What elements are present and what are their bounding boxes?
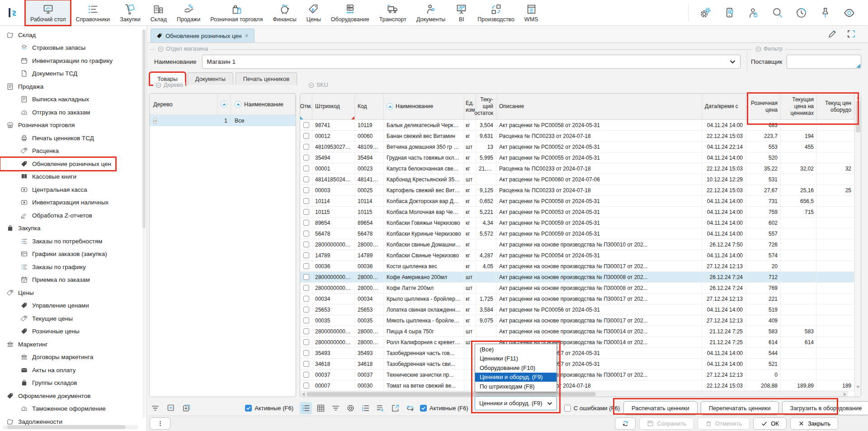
toolbar-item-server[interactable]: Оборудование [326,0,374,25]
dropdown-option[interactable]: Ценники и оборуд. (F9) [475,373,557,382]
sidebar-item[interactable]: Закупка [0,222,45,235]
checkbox-unchecked-icon[interactable] [303,372,309,378]
sidebar-item[interactable]: Инвентаризации по графику [0,54,117,67]
checkbox-unchecked-icon[interactable] [303,220,309,226]
toolbar-item-trolley[interactable]: Закупки [115,0,146,25]
tab-Печать ценников[interactable]: Печать ценников [236,72,297,85]
row-checkbox[interactable] [300,250,312,260]
row-checkbox[interactable] [300,337,312,347]
row-checkbox[interactable] [300,218,312,228]
sidebar-item[interactable]: Договоры маркетинга [0,351,98,364]
tab-Документы[interactable]: Документы [188,72,233,85]
checkbox-unchecked-icon[interactable] [303,317,309,323]
refresh-button[interactable] [404,402,416,414]
toolbar-item-wms-box[interactable]: WMS [519,0,543,25]
table-row[interactable]: 1478914789Колбаски Свиные Черкизовокг4,2… [300,250,854,261]
sidebar-item[interactable]: Отгрузка по заказам [0,106,94,119]
sidebar-item[interactable]: Заказы по потребностям [0,235,107,248]
column-header-stock[interactable]: Теку-щий остаток [476,94,496,119]
price-mode-select[interactable]: Ценники и оборуд. (F9) [475,396,557,410]
scrollbar-thumb[interactable] [142,29,146,228]
sidebar-item[interactable]: Цены [0,286,38,299]
document-tab-price-update[interactable]: Обновление розничных цен × [151,28,255,43]
checkbox-unchecked-icon[interactable] [303,350,309,356]
sidebar-item[interactable]: Розничные цены [0,325,84,338]
table-row[interactable]: 280000000014128000000...Ролл Калифорния … [300,337,854,348]
checkbox-unchecked-icon[interactable] [303,166,309,171]
add-lines-button[interactable] [374,402,387,414]
print-tags-button[interactable]: Распечатать ценники [623,401,698,415]
refresh-button[interactable] [615,417,636,430]
tree-sort-button[interactable] [217,94,231,115]
toolbar-item-truck[interactable]: Транспорт [374,0,411,25]
store-name-select[interactable]: Магазин 1 [202,55,741,69]
edit-pencil-icon[interactable] [827,29,837,39]
row-checkbox[interactable] [300,380,312,391]
tree-column-header[interactable]: Дерево [150,94,217,115]
sidebar-item[interactable]: Текущие цены [0,312,77,325]
sidebar-item[interactable]: Розничная торговля [0,119,79,132]
checkbox-unchecked-icon[interactable] [303,274,309,280]
table-row[interactable]: 3461834618Тазобедренная часть сви...Акт … [300,359,854,369]
settings-icon[interactable] [699,7,712,19]
toolbar-item-piggy[interactable]: Финансы [268,0,301,25]
table-row[interactable]: 1011410114Колбаса Докторская вар Дымовкг… [300,196,854,207]
filter-lines-button[interactable] [330,402,342,414]
toolbar-item-presentation[interactable]: BI [450,0,472,25]
column-header-datetime[interactable]: Дата/время с [702,94,746,119]
table-row[interactable]: 0000100023Капуста белокочанная свежая ве… [300,163,854,174]
table-row[interactable]: 0000300025Картофель свежий вес Витаминкг… [300,185,854,196]
scroll-down-icon[interactable] [856,386,860,388]
checkbox-unchecked-icon[interactable] [303,122,309,128]
scrollbar-thumb[interactable] [307,392,596,396]
sidebar-item[interactable]: Обновление розничных цен [0,157,116,171]
table-row[interactable]: 481095302727848109530...Ветчина домашняя… [300,142,854,152]
toolbar-item-hand-coins[interactable]: Продажи [172,0,205,25]
toolbar-item-transform[interactable]: Производство [472,0,519,25]
sidebar-item[interactable]: Печать ценников ТСД [0,132,99,145]
close-tab-icon[interactable]: × [245,32,249,39]
column-header-equipment-price[interactable]: Текущ цен оборудо [817,94,854,119]
dropdown-option[interactable]: (Все) [475,345,557,354]
scroll-right-icon[interactable] [844,393,846,396]
scrollbar-thumb[interactable] [856,101,860,133]
column-header-description[interactable]: Описание [496,94,702,119]
tree-row-all[interactable]: + 1 Все [150,115,296,126]
checkbox-unchecked-icon[interactable] [303,155,309,161]
checkbox-unchecked-icon[interactable] [303,209,309,215]
filter-lines-button[interactable] [149,402,161,414]
row-checkbox[interactable] [300,152,312,163]
checkbox-unchecked-icon[interactable] [303,231,309,237]
table-row[interactable]: 0000700030Томат на ветке свежий ве...Рас… [300,380,854,391]
tree-active-checkbox[interactable]: Активные (F6) [245,405,293,412]
search-icon[interactable] [771,7,783,19]
checkbox-unchecked-icon[interactable] [303,328,309,334]
table-row[interactable]: 481418502429648141850...Карбонад Крестья… [300,174,854,185]
row-checkbox[interactable] [300,196,312,206]
sidebar-item[interactable]: Управление ценами [0,299,94,313]
sidebar-item[interactable]: Оформление документов [0,389,95,403]
sidebar-item[interactable]: Акты на оплату [0,364,80,377]
row-checkbox[interactable] [300,185,312,195]
table-row[interactable]: 280000000011028000000...Кофе Американо 2… [300,272,854,283]
dropdown-option[interactable]: По штрихкодам (F8) [475,382,557,391]
table-row[interactable]: 280000000013428000000...Пицца 4 сыра 750… [300,326,854,337]
load-to-equipment-button[interactable]: Загрузить в оборудование [782,401,868,415]
column-header-retail-price[interactable]: Розничная цена [746,94,781,119]
checkbox-unchecked-icon[interactable] [303,176,309,182]
gear-button[interactable] [344,402,357,414]
checkbox-unchecked-icon[interactable] [303,285,309,291]
sidebar-item[interactable]: Заказы по графику [0,260,90,274]
row-checkbox[interactable] [300,272,312,282]
reprint-tags-button[interactable]: Перепечатать ценники [701,401,779,415]
toolbar-item-list-dots[interactable]: Справочники [71,0,115,25]
table-row[interactable]: 1011510115Колбаса Молочная вар Черкизово… [300,207,854,218]
add-multi-button[interactable] [181,402,193,414]
fullscreen-icon[interactable] [846,29,856,39]
table-row[interactable]: 9874110119Балык деликатесный Черкизовокг… [300,120,854,131]
column-header-name[interactable]: Наименование [384,94,464,119]
sidebar-item[interactable]: Маркетинг [0,338,52,351]
numbered-list-button[interactable] [359,402,372,414]
row-checkbox[interactable] [300,261,312,271]
scroll-up-icon[interactable] [856,96,860,99]
